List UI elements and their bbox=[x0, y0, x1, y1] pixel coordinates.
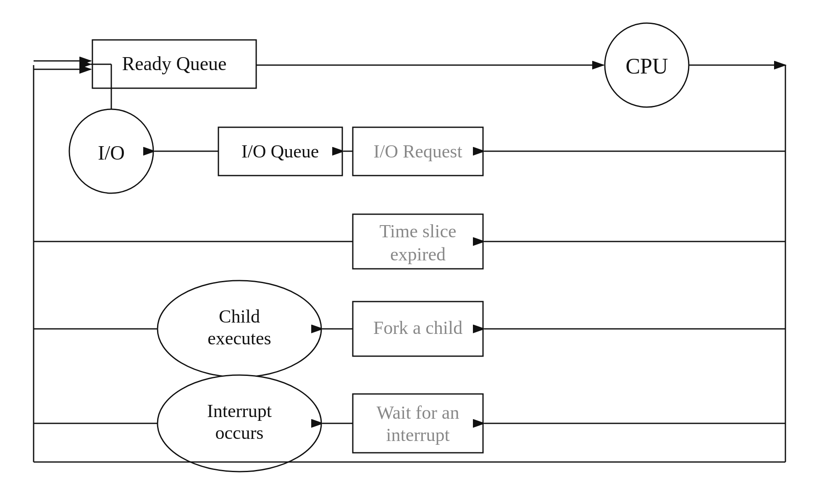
fork-child-label: Fork a child bbox=[373, 318, 463, 338]
io-label: I/O bbox=[98, 142, 125, 164]
time-slice-label: Time slice bbox=[380, 221, 457, 242]
interrupt-occurs-label: Interrupt bbox=[207, 401, 272, 421]
cpu-label: CPU bbox=[625, 54, 668, 78]
io-request-label: I/O Request bbox=[373, 141, 462, 162]
child-executes-label2: executes bbox=[207, 328, 271, 349]
wait-interrupt-label2: interrupt bbox=[386, 425, 450, 445]
io-queue-label: I/O Queue bbox=[242, 141, 319, 162]
interrupt-occurs-label2: occurs bbox=[215, 423, 264, 443]
ready-queue-label: Ready Queue bbox=[122, 53, 226, 74]
child-executes-label: Child bbox=[219, 306, 260, 327]
wait-interrupt-label: Wait for an bbox=[377, 402, 459, 423]
time-slice-label2: expired bbox=[390, 244, 446, 265]
